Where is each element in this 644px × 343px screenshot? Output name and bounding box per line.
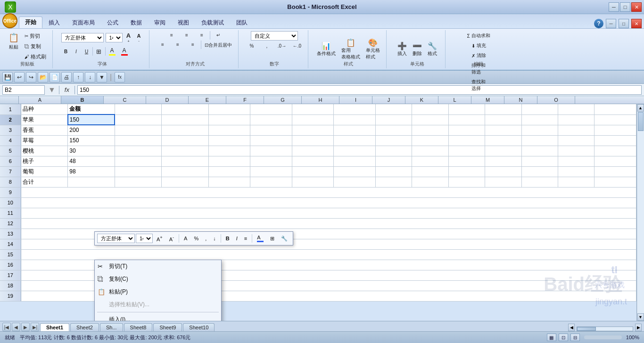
percent-button[interactable]: % <box>245 42 259 50</box>
cell-i1[interactable] <box>375 104 412 114</box>
mini-align-button[interactable]: ≡ <box>241 234 250 243</box>
empty-row-9[interactable] <box>21 187 636 197</box>
row-header-15[interactable]: 15 <box>0 249 21 260</box>
row-header-17[interactable]: 17 <box>0 270 21 280</box>
ctx-insert[interactable]: 插入(I)... <box>95 313 221 321</box>
help-button[interactable]: ? <box>594 19 603 28</box>
row-header-16[interactable]: 16 <box>0 260 21 270</box>
ribbon-minimize-button[interactable]: ─ <box>606 19 616 28</box>
bold-button[interactable]: B <box>61 48 71 56</box>
cell-h3[interactable] <box>334 125 375 135</box>
cell-h4[interactable] <box>334 135 375 146</box>
cell-m8[interactable] <box>521 177 558 187</box>
mini-thousands-button[interactable]: , <box>202 234 209 243</box>
cell-b4[interactable]: 150 <box>68 135 115 146</box>
row-header-14[interactable]: 14 <box>0 239 21 249</box>
row-header-18[interactable]: 18 <box>0 280 21 291</box>
cell-g5[interactable] <box>292 146 333 156</box>
tab-page-layout[interactable]: 页面布局 <box>66 17 101 28</box>
cell-i7[interactable] <box>375 166 412 177</box>
mini-format-button[interactable]: 🔧 <box>278 234 290 243</box>
qa-sort-asc-button[interactable]: ↑ <box>73 72 83 82</box>
horiz-scroll-right[interactable]: ▶ <box>635 324 642 331</box>
row-header-10[interactable]: 10 <box>0 197 21 208</box>
cell-g6[interactable] <box>292 156 333 166</box>
border-button[interactable]: ⊞ <box>94 47 104 57</box>
decrease-decimal-button[interactable]: ←.0 <box>290 42 304 50</box>
cell-h5[interactable] <box>334 146 375 156</box>
cell-o6[interactable] <box>594 156 636 166</box>
tab-formula[interactable]: 公式 <box>101 17 124 28</box>
cell-k1[interactable] <box>448 104 485 114</box>
cell-f8[interactable] <box>250 177 292 187</box>
col-header-c[interactable]: C <box>104 96 146 104</box>
align-left-button[interactable]: ≡ <box>156 41 170 50</box>
corner-cell[interactable] <box>0 96 19 104</box>
mini-percent-button[interactable]: % <box>191 234 201 243</box>
cell-n1[interactable] <box>558 104 594 114</box>
cell-d1[interactable] <box>162 104 209 114</box>
vertical-scrollbar[interactable]: ▲ ▼ <box>636 104 644 321</box>
cell-g8[interactable] <box>292 177 333 187</box>
cell-m5[interactable] <box>521 146 558 156</box>
col-header-h[interactable]: H <box>302 96 339 104</box>
mini-decrease-font-button[interactable]: A- <box>166 234 177 244</box>
align-top-center-button[interactable]: ≡ <box>180 31 194 40</box>
row-header-1[interactable]: 1 <box>0 104 21 114</box>
horiz-scroll-track[interactable] <box>577 327 633 331</box>
cell-m1[interactable] <box>521 104 558 114</box>
cell-l1[interactable] <box>485 104 521 114</box>
sheet-tab-2[interactable]: Sheet2 <box>70 323 99 331</box>
tab-data[interactable]: 数据 <box>124 17 148 28</box>
cell-f7[interactable] <box>250 166 292 177</box>
cell-a4[interactable]: 草莓 <box>21 135 68 146</box>
empty-row-11[interactable] <box>21 208 636 218</box>
align-center-button[interactable]: ≡ <box>171 41 185 50</box>
qa-open-button[interactable]: 📂 <box>38 72 48 82</box>
cell-k6[interactable] <box>448 156 485 166</box>
cell-o3[interactable] <box>594 125 636 135</box>
cell-m4[interactable] <box>521 135 558 146</box>
font-color-button[interactable]: A <box>119 46 130 57</box>
cell-n6[interactable] <box>558 156 594 166</box>
cell-e7[interactable] <box>208 166 250 177</box>
tab-load-test[interactable]: 负载测试 <box>195 17 230 28</box>
maximize-button[interactable]: □ <box>620 2 630 12</box>
cell-f2[interactable] <box>250 114 292 125</box>
cell-o5[interactable] <box>594 146 636 156</box>
cell-g2[interactable] <box>292 114 333 125</box>
col-header-i[interactable]: I <box>339 96 372 104</box>
tab-insert[interactable]: 插入 <box>42 17 66 28</box>
cell-l5[interactable] <box>485 146 521 156</box>
row-header-11[interactable]: 11 <box>0 208 21 218</box>
col-header-g[interactable]: G <box>264 96 302 104</box>
col-header-m[interactable]: M <box>471 96 504 104</box>
qa-print-button[interactable]: 🖨 <box>61 72 72 82</box>
cell-j5[interactable] <box>412 146 448 156</box>
empty-row-15[interactable] <box>21 249 636 260</box>
fill-color-button[interactable]: A <box>107 46 118 57</box>
cell-l7[interactable] <box>485 166 521 177</box>
cell-a3[interactable]: 香蕉 <box>21 125 68 135</box>
cell-d6[interactable] <box>162 156 209 166</box>
cell-b8[interactable] <box>68 177 115 187</box>
row-header-9[interactable]: 9 <box>0 187 21 197</box>
cell-n5[interactable] <box>558 146 594 156</box>
minimize-button[interactable]: ─ <box>609 2 619 12</box>
scroll-thumb[interactable] <box>638 112 644 131</box>
cell-c1[interactable] <box>115 104 162 114</box>
cell-j4[interactable] <box>412 135 448 146</box>
cut-button[interactable]: ✂ 剪切 <box>22 31 49 41</box>
empty-row-10[interactable] <box>21 197 636 208</box>
row-header-12[interactable]: 12 <box>0 218 21 229</box>
col-header-o[interactable]: O <box>537 96 575 104</box>
tab-team[interactable]: 团队 <box>230 17 254 28</box>
scroll-track[interactable] <box>637 112 644 313</box>
cell-c4[interactable] <box>115 135 162 146</box>
cell-e2[interactable] <box>208 114 250 125</box>
cell-j7[interactable] <box>412 166 448 177</box>
ribbon-close-button[interactable]: ✕ <box>631 19 642 28</box>
qa-formula-button[interactable]: fx <box>115 72 125 82</box>
cell-f4[interactable] <box>250 135 292 146</box>
font-size-select[interactable]: 14 <box>106 33 123 42</box>
